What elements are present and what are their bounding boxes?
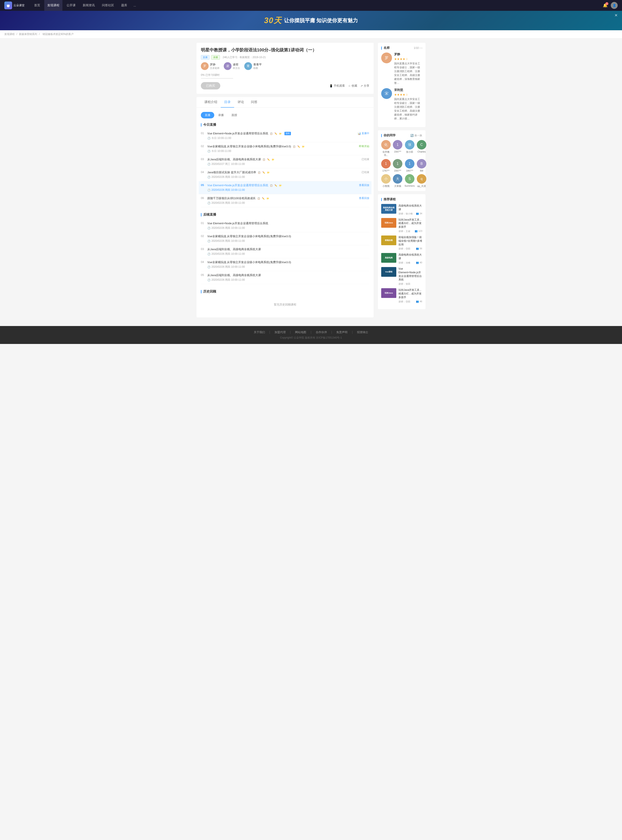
rec-item[interactable]: 高级电商全线系统大课 高级电商全线系统大课 讲师：张小锋 👥 34 — [381, 204, 422, 215]
footer-link-sitemap[interactable]: 网站地图 — [295, 330, 306, 334]
edit-icon[interactable]: ✏️ — [262, 171, 265, 174]
lesson-status-replay[interactable]: 查看回放 — [359, 183, 369, 187]
footer-link-agency[interactable]: 加盟代理 — [274, 330, 286, 334]
classmate-11-name: qq_天涯 — [417, 185, 426, 188]
nav-news[interactable]: 新闻资讯 — [80, 0, 98, 11]
tab-intro[interactable]: 课程介绍 — [201, 97, 221, 108]
footer-link-recruit[interactable]: 招资纳士 — [357, 330, 368, 334]
doc-icon[interactable]: 📋 — [258, 171, 261, 174]
doc-icon[interactable]: 📋 — [257, 197, 261, 200]
rec-title-4: Vue Element+Node.js开发企业通用管理后台系统 — [398, 267, 422, 281]
lesson-icons: 📋 ✏️ 📁 — [262, 158, 275, 161]
folder-icon[interactable]: 📁 — [279, 132, 282, 135]
doc-icon[interactable]: 📋 — [270, 132, 273, 135]
edit-icon[interactable]: ✏️ — [274, 132, 277, 135]
folder-icon[interactable]: 📁 — [279, 184, 282, 187]
edit-icon[interactable]: ✏️ — [274, 184, 277, 187]
rec-title-2: 前端全栈加强版！前端全线+全周期+多维应用 — [398, 235, 422, 246]
tag-record: 录播 — [211, 55, 220, 60]
main-container: 明星中教授课，小学阶段语法100分–强化级第1讲动词（一） 直播 录播 246人… — [192, 38, 430, 322]
sub-tab-record[interactable]: 录播 — [214, 112, 228, 118]
classmate-0-avatar: 化 — [381, 140, 391, 150]
footer-link-disclaimer[interactable]: 免责声明 — [336, 330, 348, 334]
teachers-nav: 1/10 ‹ › — [414, 46, 422, 49]
user-avatar[interactable]: 👤 — [611, 2, 618, 9]
doc-icon[interactable]: 📋 — [270, 184, 273, 187]
svg-point-2 — [8, 5, 10, 6]
chart-icon: 📊 — [358, 132, 361, 135]
rec-item[interactable]: Vue课程 Vue Element+Node.js开发企业通用管理后台系统 讲师… — [381, 267, 422, 286]
tab-qa[interactable]: 问答 — [247, 97, 261, 108]
next-teacher[interactable]: › — [421, 46, 422, 49]
folder-icon[interactable]: 📁 — [266, 197, 270, 200]
instructor-1-role: 班主任 — [233, 67, 240, 70]
rec-item[interactable]: 前端全栈 前端全栈加强版！前端全线+全周期+多维应用 讲师：岱田 👥 56 — [381, 235, 422, 250]
classmate-10-name: Summers — [404, 185, 415, 187]
edit-icon[interactable]: ✏️ — [267, 158, 270, 161]
doc-icon[interactable]: 📋 — [262, 158, 266, 161]
main-nav: 首页 发现课程 公开课 新闻资讯 问答社区 题库 ... — [31, 0, 138, 11]
breadcrumb-home[interactable]: 发现课程 — [4, 33, 15, 36]
course-tags: 直播 录播 246人已学习 · 有效期至：2019-10-21 — [201, 55, 369, 60]
footer-link-partner[interactable]: 合作伙伴 — [316, 330, 327, 334]
lesson-time: 🕐 今日 10:00-11:00 — [207, 136, 355, 140]
rec-teacher-0: 讲师：张小锋 — [398, 212, 413, 215]
breadcrumb-series[interactable]: 新媒体营销系列 — [19, 33, 37, 36]
edit-icon[interactable]: ✏️ — [297, 145, 300, 148]
tab-comments[interactable]: 评论 — [234, 97, 247, 108]
lesson-icons: 📋 ✏️ 📁 — [270, 184, 282, 187]
lesson-title-text: Vue Element+Node.js开发企业通用管理后台系统 — [207, 131, 268, 136]
share-button[interactable]: ↗ 分享 — [360, 84, 369, 88]
lesson-status-replay[interactable]: 查看回放 — [359, 196, 369, 200]
nav-open[interactable]: 公开课 — [64, 0, 79, 11]
folder-icon[interactable]: 📁 — [302, 145, 305, 148]
rec-teacher-1: 讲师：王崔 — [398, 230, 410, 233]
edit-icon[interactable]: ✏️ — [262, 197, 265, 200]
collect-button[interactable]: ☆ 收藏 — [348, 84, 357, 88]
future-lesson-title: 从Java后端到全栈、高级电商全栈系统大课 — [207, 247, 369, 251]
lesson-title-text: 跟随千万级项目从0到100全程高效成长 — [207, 196, 256, 200]
nav-home[interactable]: 首页 — [31, 0, 43, 11]
footer: 关于我们 | 加盟代理 | 网站地图 | 合作伙伴 | 免责声明 | 招资纳士 … — [0, 326, 622, 344]
lesson-status-ended: 已结束 — [361, 171, 369, 174]
action-buttons: 📱 手机观看 ☆ 收藏 ↗ 分享 — [329, 84, 369, 88]
lesson-time: 🕐 2020/02/26 周四 10:00-11:00 — [207, 201, 357, 205]
course-instructors: 罗 罗静 主讲老师 凌 凌荷 班主任 青 青青平 — [201, 62, 369, 70]
classmates-change[interactable]: 🔄 换一换 — [410, 134, 422, 137]
lesson-item: 03 从Java后端到全栈、高级电商全栈系统大课 📋 ✏️ 📁 — [201, 155, 369, 168]
prev-teacher[interactable]: ‹ — [420, 46, 421, 49]
doc-icon[interactable]: 📋 — [293, 145, 296, 148]
nav-qa[interactable]: 问答社区 — [99, 0, 117, 11]
instructor-1-avatar: 凌 — [224, 62, 232, 70]
folder-icon[interactable]: 📁 — [271, 158, 275, 161]
teacher-1-avatar: 宋 — [381, 88, 392, 99]
logo[interactable]: 云朵课堂 — [4, 2, 24, 9]
history-empty: 暂无历史回顾课程 — [201, 296, 369, 313]
sub-tab-offline[interactable]: 面授 — [228, 112, 241, 118]
footer-link-about[interactable]: 关于我们 — [254, 330, 265, 334]
purchased-button[interactable]: 已购买 — [201, 82, 220, 89]
nav-discover[interactable]: 发现课程 — [44, 0, 63, 11]
bell-icon[interactable]: 🔔 1 — [603, 3, 608, 8]
classmate-4-avatar: 1 — [381, 159, 391, 168]
instructor-0: 罗 罗静 主讲老师 — [201, 62, 220, 70]
lesson-icons: 📋 ✏️ 📁 — [257, 197, 270, 200]
mobile-watch-button[interactable]: 📱 手机观看 — [329, 84, 345, 88]
classmate-item: 1 1567** — [393, 140, 402, 157]
classmates-card: 你的同学 🔄 换一换 化 化学教书... 1 1567** 张 张小田 — [378, 130, 425, 191]
svg-rect-3 — [7, 6, 9, 7]
nav-exam[interactable]: 题库 — [118, 0, 130, 11]
lesson-item: 06 跟随千万级项目从0到100全程高效成长 📋 ✏️ 📁 — [201, 194, 369, 207]
lesson-item-active: 05 Vue Element+Node.js开发企业通用管理后台系统 📋 ✏️ … — [199, 181, 372, 194]
folder-icon[interactable]: 📁 — [267, 171, 270, 174]
banner-close[interactable]: ✕ — [614, 13, 618, 18]
teacher-1-name: 宋利坚 — [394, 88, 422, 92]
history-title: 历史回顾 — [203, 290, 216, 293]
nav-more[interactable]: ... — [131, 4, 138, 7]
rec-item[interactable]: 玩转Java 玩转Java开发工具，精通JUC，成为开发多面手 讲师：王崔 👥 … — [381, 218, 422, 233]
classmate-item: 小 小熊熊 — [381, 174, 391, 188]
sub-tab-live[interactable]: 直播 — [201, 112, 214, 118]
rec-item[interactable]: 高级电商 高级电商全线系统大课 讲师：冷峰 👥 40 — [381, 253, 422, 264]
tab-catalog[interactable]: 目录 — [221, 97, 234, 108]
rec-item[interactable]: 玩转Java 玩转Java开发工具，精通JUC，成为开发多面手 讲师：岱田 👥 … — [381, 288, 422, 303]
